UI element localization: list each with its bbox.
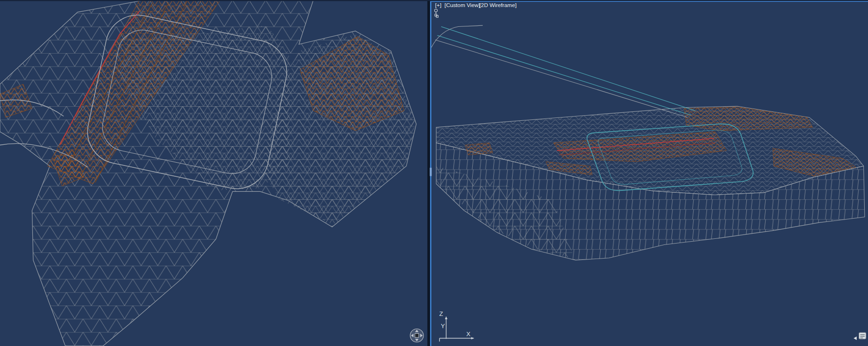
- ucs-x-label: X: [466, 330, 470, 338]
- divider-handle[interactable]: [430, 168, 432, 176]
- drawing-area: [+] [Custom View] [2D Wireframe] Z Y X: [0, 0, 868, 346]
- viewport-view-control[interactable]: [Custom View]: [445, 2, 480, 8]
- viewport-visual-style-control[interactable]: [2D Wireframe]: [479, 2, 516, 8]
- ucs-z-label: Z: [439, 310, 443, 317]
- viewport-label: [+] [Custom View] [2D Wireframe]: [435, 2, 516, 8]
- ucs-y-label: Y: [441, 322, 445, 330]
- viewport-divider[interactable]: [427, 0, 431, 346]
- viewport-plus-control[interactable]: [+]: [435, 2, 441, 8]
- navigation-wheel-icon[interactable]: [410, 329, 423, 342]
- status-tray-icon[interactable]: [859, 332, 866, 339]
- top-window-edge: [0, 0, 868, 1]
